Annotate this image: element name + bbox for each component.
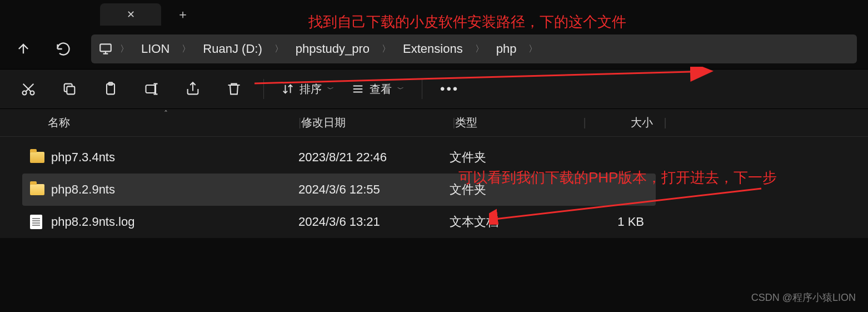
file-date: 2023/8/21 22:46	[298, 150, 450, 165]
breadcrumb-item[interactable]: RuanJ (D:)	[196, 42, 268, 56]
view-dropdown[interactable]: 查看 ﹀	[352, 82, 404, 97]
toolbar: 排序 ﹀ 查看 ﹀ •••	[0, 69, 868, 109]
chevron-right-icon: 〉	[473, 43, 486, 55]
caret-down-icon: ﹀	[397, 85, 404, 94]
rename-button[interactable]	[140, 77, 163, 101]
svg-rect-3	[67, 86, 74, 94]
sort-label: 排序	[300, 82, 322, 97]
cut-button[interactable]	[17, 77, 40, 101]
share-button[interactable]	[181, 77, 204, 101]
list-item[interactable]: php8.2.9nts 2024/3/6 12:55 文件夹	[22, 174, 656, 206]
sort-dropdown[interactable]: 排序 ﹀	[282, 82, 334, 97]
breadcrumb-item[interactable]: Extensions	[396, 42, 470, 56]
column-header-size[interactable]: 大小	[586, 115, 664, 130]
breadcrumb-item[interactable]: LION	[134, 42, 176, 56]
svg-rect-6	[146, 85, 155, 93]
view-label: 查看	[370, 82, 392, 97]
caret-down-icon: ﹀	[327, 85, 334, 94]
file-icon	[30, 215, 51, 229]
chevron-right-icon: 〉	[380, 43, 393, 55]
computer-icon	[97, 42, 114, 56]
paste-button[interactable]	[99, 77, 122, 101]
column-header-modified[interactable]: 修改日期	[301, 115, 452, 130]
list-item[interactable]: php7.3.4nts 2023/8/21 22:46 文件夹	[22, 141, 656, 174]
refresh-button[interactable]	[51, 37, 76, 61]
sort-indicator-icon: ˄	[164, 109, 168, 118]
navigation-bar: 〉 LION 〉 RuanJ (D:) 〉 phpstudy_pro 〉 Ext…	[0, 29, 868, 69]
file-rows: php7.3.4nts 2023/8/21 22:46 文件夹 php8.2.9…	[0, 137, 868, 238]
watermark: CSDN @程序小猿LION	[751, 291, 856, 304]
separator	[422, 79, 422, 99]
folder-open-icon	[30, 184, 51, 195]
file-type: 文件夹	[450, 149, 577, 166]
delete-button[interactable]	[222, 77, 246, 101]
chevron-right-icon: 〉	[526, 43, 540, 55]
up-button[interactable]	[11, 37, 36, 61]
file-name: php7.3.4nts	[51, 150, 298, 165]
chevron-right-icon: 〉	[179, 43, 193, 55]
file-list-area: ˄ 名称 | 修改日期 | 类型 | 大小 | php7.3.4nts 2023…	[0, 109, 868, 238]
folder-icon	[30, 152, 51, 163]
chevron-right-icon: 〉	[272, 43, 286, 55]
column-headers: ˄ 名称 | 修改日期 | 类型 | 大小 |	[0, 109, 868, 137]
new-tab-button[interactable]: ＋	[171, 6, 194, 23]
file-name: php8.2.9nts.log	[51, 215, 298, 229]
file-date: 2024/3/6 12:55	[298, 182, 450, 197]
address-bar[interactable]: 〉 LION 〉 RuanJ (D:) 〉 phpstudy_pro 〉 Ext…	[91, 34, 857, 63]
file-type: 文本文档	[450, 214, 577, 230]
breadcrumb-item[interactable]: php	[490, 42, 523, 56]
copy-button[interactable]	[58, 77, 81, 101]
close-tab-icon[interactable]: ✕	[127, 8, 135, 21]
chevron-right-icon: 〉	[118, 43, 131, 55]
more-button[interactable]: •••	[440, 81, 459, 97]
column-header-type[interactable]: 类型	[455, 115, 583, 130]
file-size: 1 KB	[577, 215, 655, 229]
file-name: php8.2.9nts	[51, 182, 298, 197]
list-item[interactable]: php8.2.9nts.log 2024/3/6 13:21 文本文档 1 KB	[22, 206, 656, 238]
file-type: 文件夹	[450, 181, 577, 198]
separator	[263, 79, 264, 99]
breadcrumb-item[interactable]: phpstudy_pro	[289, 42, 376, 56]
svg-rect-0	[100, 44, 111, 51]
active-tab[interactable]: ✕	[100, 3, 161, 26]
file-date: 2024/3/6 13:21	[298, 215, 450, 229]
tab-bar: ✕ ＋	[0, 0, 868, 29]
